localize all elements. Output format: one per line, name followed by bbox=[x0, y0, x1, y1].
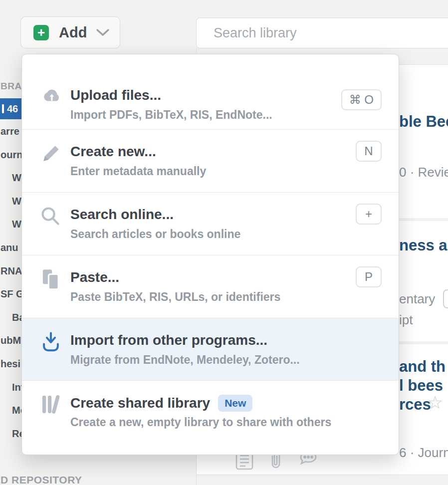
shortcut-badge: + bbox=[356, 204, 382, 225]
add-button-label: Add bbox=[59, 24, 87, 41]
menu-item-import-from-other-programs[interactable]: Import from other programs... Migrate fr… bbox=[22, 318, 399, 380]
add-dropdown-menu: Upload files... Import PDFs, BibTeX, RIS… bbox=[21, 54, 399, 455]
new-badge: New bbox=[218, 395, 252, 412]
selected-item-glyph bbox=[2, 104, 4, 113]
plus-icon: + bbox=[33, 25, 49, 40]
menu-item-upload-files[interactable]: Upload files... Import PDFs, BibTeX, RIS… bbox=[22, 67, 399, 129]
sidebar-item[interactable]: arre bbox=[0, 126, 19, 137]
shortcut-badge: ⌘ O bbox=[341, 89, 382, 110]
sidebar-item-selected[interactable]: 46 bbox=[0, 98, 22, 119]
chevron-down-icon bbox=[96, 28, 110, 37]
menu-item-subtitle: Migrate from EndNote, Mendeley, Zotero..… bbox=[70, 353, 300, 367]
sidebar-item[interactable]: ourn bbox=[0, 149, 22, 161]
add-button[interactable]: + Add bbox=[20, 16, 120, 48]
sidebar-section-label: BRA bbox=[0, 81, 22, 92]
paper-title[interactable]: and th bbox=[399, 358, 446, 376]
star-outline-icon[interactable]: ☆ bbox=[427, 392, 443, 413]
menu-item-title: Upload files... bbox=[70, 87, 161, 103]
menu-item-subtitle: Import PDFs, BibTeX, RIS, EndNote... bbox=[70, 108, 272, 122]
menu-item-title: Search online... bbox=[70, 207, 174, 223]
paper-title[interactable]: ble Bee bbox=[399, 113, 448, 131]
label-chip bbox=[443, 289, 448, 308]
menu-item-create-new[interactable]: Create new... Enter metadata manually N bbox=[22, 129, 399, 192]
sidebar-bottom-section-label: D REPOSITORY bbox=[0, 474, 82, 485]
menu-item-subtitle: Search articles or books online bbox=[70, 228, 240, 241]
menu-item-title: Create shared library bbox=[70, 395, 210, 411]
menu-item-subtitle: Paste BibTeX, RIS, URLs, or identifiers bbox=[70, 290, 280, 304]
import-download-icon bbox=[40, 331, 62, 353]
menu-item-title: Import from other programs... bbox=[70, 332, 267, 348]
menu-item-subtitle: Enter metadata manually bbox=[70, 165, 206, 178]
search-icon bbox=[40, 206, 62, 228]
menu-item-title: Paste... bbox=[70, 269, 119, 285]
paper-meta: entary bbox=[399, 291, 435, 307]
menu-item-title: Create new... bbox=[70, 144, 156, 160]
list-divider bbox=[197, 475, 448, 475]
pencil-icon bbox=[40, 143, 62, 165]
library-books-icon bbox=[40, 394, 62, 416]
sidebar-item[interactable]: anu bbox=[0, 242, 18, 253]
paste-icon bbox=[40, 268, 62, 290]
sidebar-item[interactable]: ubM bbox=[0, 335, 21, 346]
menu-item-paste[interactable]: Paste... Paste BibTeX, RIS, URLs, or ide… bbox=[22, 255, 399, 318]
paper-title[interactable]: rces bbox=[399, 396, 431, 414]
shortcut-badge: P bbox=[356, 266, 382, 287]
menu-item-search-online[interactable]: Search online... Search articles or book… bbox=[22, 192, 399, 255]
paper-meta: 6 · Journ bbox=[399, 445, 448, 461]
sidebar-item[interactable]: RNA bbox=[0, 265, 22, 277]
cloud-upload-icon bbox=[40, 85, 62, 107]
sidebar-item[interactable]: hesi bbox=[0, 358, 20, 370]
search-box bbox=[196, 17, 448, 48]
menu-item-subtitle: Create a new, empty library to share wit… bbox=[70, 416, 331, 429]
selected-item-count: 46 bbox=[7, 103, 18, 115]
app-window: BRA 46 arreournWeWeWeanuRNASF GBacubMhes… bbox=[0, 0, 448, 485]
paper-title[interactable]: ness ar bbox=[399, 237, 448, 254]
search-input[interactable] bbox=[197, 18, 448, 48]
paper-meta: 0 · Revie bbox=[399, 165, 448, 180]
sidebar-item[interactable]: SF G bbox=[0, 288, 24, 300]
paper-meta: ipt bbox=[399, 312, 413, 328]
menu-item-create-shared-library[interactable]: Create shared library New Create a new, … bbox=[22, 380, 399, 455]
shortcut-badge: N bbox=[356, 141, 382, 162]
